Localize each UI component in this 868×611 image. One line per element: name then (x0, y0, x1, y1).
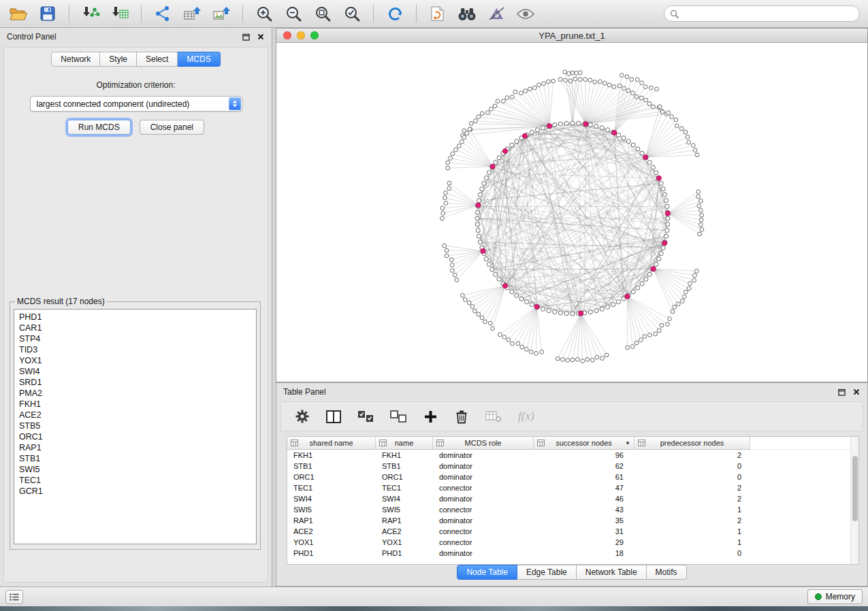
export-image-button[interactable] (211, 3, 231, 24)
result-node-item[interactable]: TID3 (19, 344, 251, 355)
control-panel: Control Panel NetworkStyleSelectMCDS Opt… (0, 28, 272, 587)
cell-name: RAP1 (376, 515, 433, 526)
function-builder-button[interactable]: f(x) (518, 408, 534, 425)
memory-button[interactable]: Memory (807, 589, 863, 604)
zoom-out-button[interactable] (283, 3, 304, 24)
table-row[interactable]: STB1STB1dominator620 (287, 461, 858, 472)
result-node-item[interactable]: YOX1 (19, 355, 251, 366)
close-table-panel-icon[interactable] (852, 388, 861, 396)
result-node-item[interactable]: TEC1 (19, 475, 251, 486)
close-panel-icon[interactable] (257, 33, 265, 41)
result-node-item[interactable]: CAR1 (19, 323, 251, 333)
table-row[interactable]: SWI4SWI4dominator462 (287, 493, 858, 504)
run-mcds-button[interactable]: Run MCDS (67, 120, 131, 135)
delete-column-button[interactable] (454, 408, 469, 425)
scrollbar-thumb[interactable] (852, 456, 858, 521)
search-input[interactable] (683, 9, 854, 18)
open-folder-icon (10, 7, 27, 21)
result-node-item[interactable]: STB1 (19, 453, 251, 464)
float-panel-icon[interactable] (242, 33, 250, 41)
import-network-file-button[interactable] (80, 3, 101, 24)
add-column-icon (424, 410, 437, 423)
show-hide-button[interactable] (515, 3, 536, 24)
table-row[interactable]: PHD1PHD1dominator180 (287, 548, 858, 559)
deselect-all-button[interactable] (390, 408, 406, 425)
save-session-button[interactable] (37, 3, 58, 24)
float-table-panel-icon[interactable] (837, 388, 846, 396)
table-tab-network-table[interactable]: Network Table (577, 565, 647, 580)
cell-name: YOX1 (376, 537, 433, 548)
select-all-button[interactable] (357, 408, 374, 425)
result-node-item[interactable]: STB5 (19, 420, 251, 431)
delete-table-button[interactable] (485, 408, 502, 425)
apply-layout-button[interactable] (385, 3, 405, 24)
mcds-result-list[interactable]: PHD1CAR1STP4TID3YOX1SWI4SRD1PMA2FKH1ACE2… (14, 309, 257, 544)
result-node-item[interactable]: ACE2 (19, 410, 251, 420)
tab-style[interactable]: Style (100, 52, 137, 67)
export-image-icon (212, 5, 231, 22)
import-table-file-button[interactable] (110, 3, 130, 24)
column-header-mcds-role[interactable]: MCDS role (433, 437, 534, 450)
network-window-titlebar[interactable]: YPA_prune.txt_1 (276, 29, 867, 43)
minimize-window-icon[interactable] (297, 31, 305, 39)
export-table-button[interactable] (182, 3, 202, 24)
result-node-item[interactable]: GCR1 (19, 486, 251, 497)
clone-network-button[interactable] (428, 3, 448, 24)
column-header-successor-nodes[interactable]: successor nodes ▼ (534, 437, 634, 450)
cell-mcds_role: connector (433, 482, 534, 493)
maximize-window-icon[interactable] (310, 31, 319, 39)
table-header-row: shared name name MCDS role successor nod… (287, 437, 858, 450)
add-column-button[interactable] (423, 408, 438, 425)
cell-mcds_role: dominator (433, 548, 534, 559)
table-tab-motifs[interactable]: Motifs (647, 565, 687, 580)
column-header-predecessor-nodes[interactable]: predecessor nodes (634, 437, 750, 450)
table-row[interactable]: RAP1RAP1dominator352 (287, 515, 858, 526)
tab-mcds[interactable]: MCDS (178, 52, 220, 67)
table-row[interactable]: SWI5SWI5connector431 (287, 504, 858, 515)
toolbar-separator (141, 5, 142, 22)
result-node-item[interactable]: FKH1 (19, 399, 251, 410)
open-session-button[interactable] (8, 3, 29, 24)
global-search[interactable] (664, 5, 860, 22)
tab-network[interactable]: Network (51, 52, 100, 67)
criterion-select[interactable]: largest connected component (undirected) (30, 96, 242, 112)
result-node-item[interactable]: STP4 (19, 333, 251, 344)
result-node-item[interactable]: PMA2 (19, 388, 251, 399)
find-button[interactable] (457, 3, 477, 24)
diagram-button[interactable] (486, 3, 507, 24)
export-network-button[interactable] (152, 3, 173, 24)
close-window-icon[interactable] (283, 31, 291, 39)
table-scrollbar[interactable] (850, 437, 858, 564)
cell-shared_name: ACE2 (287, 526, 376, 537)
trash-icon (455, 410, 468, 424)
zoom-selected-button[interactable] (342, 3, 362, 24)
table-settings-button[interactable] (295, 408, 310, 425)
table-row[interactable]: TEC1TEC1connector472 (287, 482, 858, 493)
result-node-item[interactable]: SRD1 (19, 377, 251, 388)
table-row[interactable]: ORC1ORC1dominator610 (287, 472, 858, 482)
result-node-item[interactable]: RAP1 (19, 442, 251, 453)
table-row[interactable]: FKH1FKH1dominator962 (287, 450, 858, 461)
zoom-in-button[interactable] (254, 3, 274, 24)
tab-select[interactable]: Select (137, 52, 178, 67)
result-node-item[interactable]: SWI4 (19, 366, 251, 377)
status-menu-button[interactable] (5, 590, 23, 604)
result-node-item[interactable]: PHD1 (19, 312, 251, 323)
network-canvas[interactable] (276, 43, 867, 382)
column-header-name[interactable]: name (376, 437, 433, 450)
column-header-shared-name[interactable]: shared name (287, 437, 376, 450)
table-tab-node-table[interactable]: Node Table (457, 565, 517, 580)
show-columns-button[interactable] (326, 408, 341, 425)
column-type-icon (537, 440, 545, 446)
zoom-fit-button[interactable] (312, 3, 333, 24)
control-panel-header: Control Panel (0, 28, 272, 46)
result-node-item[interactable]: ORC1 (19, 431, 251, 442)
table-row[interactable]: YOX1YOX1connector291 (287, 537, 858, 548)
result-node-item[interactable]: SWI5 (19, 464, 251, 475)
close-panel-button[interactable]: Close panel (140, 120, 204, 135)
table-tab-edge-table[interactable]: Edge Table (517, 565, 577, 580)
cell-mcds_role: dominator (433, 515, 534, 526)
zoom-out-icon (285, 5, 302, 22)
table-row[interactable]: ACE2ACE2connector311 (287, 526, 858, 537)
network-graph[interactable] (276, 43, 867, 382)
